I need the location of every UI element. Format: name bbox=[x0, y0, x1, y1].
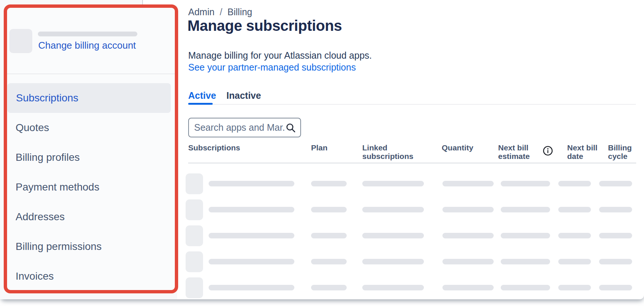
skeleton-bar bbox=[209, 207, 294, 212]
subscription-tabs: ActiveInactive bbox=[188, 90, 261, 101]
skeleton-bar bbox=[501, 285, 550, 290]
skeleton-bar bbox=[311, 259, 347, 264]
skeleton-bar bbox=[442, 207, 494, 212]
skeleton-avatar bbox=[186, 225, 203, 246]
skeleton-bar bbox=[558, 181, 591, 186]
skeleton-bar bbox=[362, 285, 424, 290]
skeleton-bar bbox=[362, 259, 424, 264]
sidebar-item-billing-permissions[interactable]: Billing permissions bbox=[7, 232, 171, 261]
column-header-subscriptions: Subscriptions bbox=[188, 143, 270, 152]
skeleton-bar bbox=[209, 259, 294, 264]
skeleton-bar bbox=[311, 285, 347, 290]
skeleton-bar bbox=[442, 181, 494, 186]
sidebar-item-subscriptions[interactable]: Subscriptions bbox=[7, 83, 171, 113]
billing-sidebar-highlight-card: Change billing account SubscriptionsQuot… bbox=[4, 4, 178, 293]
skeleton-bar bbox=[599, 233, 632, 238]
tabs-divider bbox=[188, 104, 636, 105]
breadcrumb-item-billing[interactable]: Billing bbox=[228, 7, 252, 17]
skeleton-bar bbox=[362, 181, 424, 186]
skeleton-bar bbox=[558, 259, 591, 264]
skeleton-bar bbox=[501, 181, 550, 186]
billing-admin-page: Change billing account SubscriptionsQuot… bbox=[0, 0, 644, 306]
column-header-plan: Plan bbox=[311, 143, 344, 152]
skeleton-bar bbox=[442, 233, 494, 238]
column-header-linked-subscriptions: Linked subscriptions bbox=[362, 143, 418, 160]
page-description: Manage billing for your Atlassian cloud … bbox=[188, 49, 372, 61]
skeleton-avatar bbox=[186, 173, 203, 194]
change-billing-account-link[interactable]: Change billing account bbox=[38, 40, 136, 51]
partner-managed-subscriptions-link[interactable]: See your partner-managed subscriptions bbox=[188, 61, 372, 73]
skeleton-bar bbox=[558, 207, 591, 212]
skeleton-bar bbox=[501, 233, 550, 238]
sidebar-divider bbox=[7, 74, 175, 74]
sidebar-item-billing-profiles[interactable]: Billing profiles bbox=[7, 143, 171, 172]
skeleton-avatar bbox=[186, 199, 203, 220]
info-icon[interactable] bbox=[543, 146, 553, 156]
sidebar-item-invoices[interactable]: Invoices bbox=[7, 261, 171, 291]
skeleton-bar bbox=[599, 285, 632, 290]
skeleton-bar bbox=[209, 233, 294, 238]
skeleton-bar bbox=[599, 259, 632, 264]
page-description-block: Manage billing for your Atlassian cloud … bbox=[188, 49, 372, 73]
search-box[interactable] bbox=[188, 118, 301, 137]
skeleton-bar bbox=[311, 181, 347, 186]
sidebar-item-payment-methods[interactable]: Payment methods bbox=[7, 172, 171, 202]
skeleton-bar bbox=[209, 285, 294, 290]
skeleton-bar bbox=[558, 285, 591, 290]
column-header-next-bill-date: Next bill date bbox=[567, 143, 608, 160]
skeleton-bar bbox=[311, 233, 347, 238]
skeleton-bar bbox=[442, 259, 494, 264]
breadcrumb-item-admin[interactable]: Admin bbox=[188, 7, 215, 17]
skeleton-bar bbox=[442, 285, 494, 290]
active-tab-underline bbox=[188, 103, 213, 105]
billing-sidebar-nav: SubscriptionsQuotesBilling profilesPayme… bbox=[7, 83, 175, 291]
breadcrumb: Admin/Billing bbox=[188, 7, 252, 17]
skeleton-avatar bbox=[186, 251, 203, 272]
billing-account-avatar-skeleton bbox=[9, 29, 32, 53]
app-window: Change billing account SubscriptionsQuot… bbox=[0, 0, 644, 299]
column-header-next-bill-estimate: Next bill estimate bbox=[498, 143, 539, 160]
tab-active[interactable]: Active bbox=[188, 90, 216, 101]
skeleton-avatar bbox=[186, 277, 203, 298]
skeleton-bar bbox=[599, 207, 632, 212]
skeleton-bar bbox=[599, 181, 632, 186]
skeleton-bar bbox=[362, 207, 424, 212]
page-title: Manage subscriptions bbox=[187, 17, 342, 34]
skeleton-bar bbox=[558, 233, 591, 238]
search-input[interactable] bbox=[194, 122, 285, 133]
column-header-quantity: Quantity bbox=[442, 143, 483, 152]
skeleton-bar bbox=[209, 181, 294, 186]
search-icon[interactable] bbox=[285, 123, 296, 133]
table-header-divider bbox=[188, 163, 636, 163]
column-header-billing-cycle: Billing cycle bbox=[608, 143, 641, 160]
billing-account-name-skeleton bbox=[38, 32, 137, 36]
skeleton-bar bbox=[501, 259, 550, 264]
tab-inactive[interactable]: Inactive bbox=[226, 90, 261, 101]
breadcrumb-separator: / bbox=[220, 7, 222, 17]
skeleton-bar bbox=[311, 207, 347, 212]
sidebar-item-quotes[interactable]: Quotes bbox=[7, 113, 171, 143]
skeleton-bar bbox=[362, 233, 424, 238]
skeleton-bar bbox=[501, 207, 550, 212]
sidebar-item-addresses[interactable]: Addresses bbox=[7, 202, 171, 232]
